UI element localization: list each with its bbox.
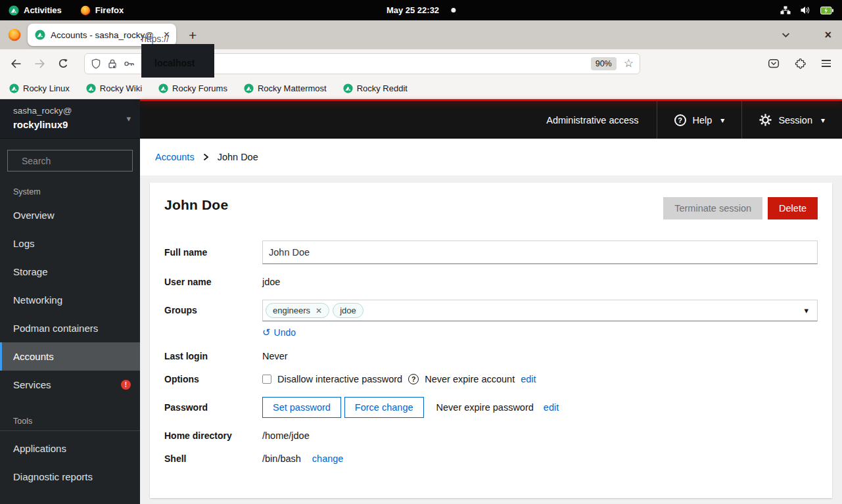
last-login-value: Never <box>262 351 818 361</box>
undo-icon: ↺ <box>262 327 271 338</box>
bookmarks-bar: Rocky Linux Rocky Wiki Rocky Forums Rock… <box>0 78 842 99</box>
set-password-button[interactable]: Set password <box>262 397 341 418</box>
network-icon <box>780 6 791 14</box>
list-all-tabs-chevron-icon[interactable] <box>782 32 790 38</box>
firefox-icon <box>80 5 91 16</box>
user-name-value: jdoe <box>262 277 818 287</box>
gnome-top-bar: Activities Firefox May 25 22:32 <box>0 0 842 20</box>
hostname: rockylinux9 <box>13 118 72 133</box>
home-directory-value: /home/jdoe <box>262 430 818 441</box>
window-close-icon[interactable]: × <box>824 29 831 41</box>
sidebar-section-tools: Tools <box>0 417 140 426</box>
rocky-logo-icon <box>343 83 353 93</box>
chevron-down-icon: ▾ <box>821 116 825 125</box>
reload-button[interactable] <box>58 58 68 69</box>
forward-button[interactable] <box>34 59 45 68</box>
sidebar-section-system: System <box>0 187 140 196</box>
home-directory-label: Home directory <box>164 430 262 441</box>
tab-favicon-rocky-icon <box>35 30 45 40</box>
bookmark-rocky-forums[interactable]: Rocky Forums <box>158 83 227 93</box>
cockpit-page: sasha_rocky@ rockylinux9 ▾ System Overvi… <box>0 99 842 504</box>
question-circle-icon[interactable]: ? <box>408 374 419 384</box>
pocket-icon[interactable] <box>768 58 780 69</box>
key-icon[interactable] <box>124 58 135 69</box>
cockpit-sidebar: sasha_rocky@ rockylinux9 ▾ System Overvi… <box>0 99 140 504</box>
firefox-tab-strip: Accounts - sasha_rocky@ × + × <box>0 20 842 49</box>
clock-label: May 25 22:32 <box>386 5 439 15</box>
bookmark-rocky-reddit[interactable]: Rocky Reddit <box>343 83 408 93</box>
page-content: John Doe Terminate session Delete Full n… <box>140 175 842 504</box>
sidebar-item-storage[interactable]: Storage <box>0 258 140 286</box>
breadcrumb-current: John Doe <box>218 152 258 162</box>
logged-in-user: sasha_rocky@ <box>13 106 72 116</box>
disallow-password-label: Disallow interactive password <box>277 374 402 384</box>
masthead-red-accent <box>140 99 842 101</box>
group-chip-jdoe: jdoe <box>333 303 363 318</box>
password-expire-text: Never expire password <box>436 402 534 413</box>
user-name-label: User name <box>164 277 262 287</box>
shell-value: /bin/bash <box>262 453 301 464</box>
rocky-logo-icon <box>9 83 19 93</box>
sidebar-item-networking[interactable]: Networking <box>0 286 140 314</box>
focused-app-label: Firefox <box>95 5 124 15</box>
menu-hamburger-icon[interactable] <box>822 58 831 69</box>
rocky-logo-icon <box>86 83 96 93</box>
notification-dot-icon <box>451 8 456 12</box>
groups-select[interactable]: engineers ✕ jdoe ▾ <box>262 300 818 321</box>
help-menu[interactable]: ? Help ▾ <box>657 101 742 139</box>
sidebar-item-overview[interactable]: Overview <box>0 201 140 229</box>
chip-remove-icon[interactable]: ✕ <box>316 307 322 315</box>
bookmark-rocky-wiki[interactable]: Rocky Wiki <box>86 83 142 93</box>
password-expire-edit-link[interactable]: edit <box>544 402 559 413</box>
breadcrumb-accounts-link[interactable]: Accounts <box>155 152 195 162</box>
page-title: John Doe <box>164 197 228 213</box>
terminate-session-button[interactable]: Terminate session <box>663 197 762 219</box>
shell-change-link[interactable]: change <box>312 453 344 464</box>
delete-button[interactable]: Delete <box>768 197 818 219</box>
back-button[interactable] <box>11 59 22 68</box>
account-expire-edit-link[interactable]: edit <box>521 374 536 384</box>
breadcrumb-chevron-icon <box>203 153 209 161</box>
host-switcher[interactable]: sasha_rocky@ rockylinux9 ▾ <box>0 99 140 139</box>
sidebar-item-podman-containers[interactable]: Podman containers <box>0 314 140 342</box>
force-change-button[interactable]: Force change <box>344 397 424 418</box>
activities-label: Activities <box>24 5 62 15</box>
shell-label: Shell <box>164 453 262 464</box>
rocky-logo-icon <box>158 83 168 93</box>
lock-warning-icon[interactable] <box>107 58 118 69</box>
clock-menu[interactable]: May 25 22:32 <box>386 5 456 15</box>
masthead: Administrative access ? Help ▾ Session ▾ <box>140 101 842 139</box>
sidebar-item-logs[interactable]: Logs <box>0 229 140 258</box>
sidebar-item-accounts[interactable]: Accounts <box>0 342 140 371</box>
sidebar-item-services[interactable]: Services ! <box>0 371 140 399</box>
activities-button[interactable]: Activities <box>9 5 62 16</box>
sidebar-item-applications[interactable]: Applications <box>0 434 140 463</box>
extensions-puzzle-icon[interactable] <box>795 58 807 69</box>
disallow-password-checkbox[interactable] <box>262 375 271 384</box>
firefox-app-icon[interactable] <box>8 28 21 41</box>
bookmark-star-icon[interactable]: ☆ <box>624 57 634 70</box>
firefox-nav-toolbar: https://localhost:9090/users#/jdoe 90% ☆ <box>0 49 842 78</box>
chevron-down-icon: ▾ <box>720 116 724 125</box>
breadcrumb: Accounts John Doe <box>140 139 842 175</box>
administrative-access-indicator[interactable]: Administrative access <box>528 115 656 126</box>
options-label: Options <box>164 374 262 384</box>
select-caret-icon[interactable]: ▾ <box>804 306 808 315</box>
bookmark-rocky-linux[interactable]: Rocky Linux <box>9 83 70 93</box>
undo-link[interactable]: ↺ Undo <box>262 327 296 338</box>
bookmark-rocky-mattermost[interactable]: Rocky Mattermost <box>244 83 327 93</box>
password-label: Password <box>164 402 262 413</box>
focused-app-menu[interactable]: Firefox <box>80 5 124 16</box>
zoom-level-badge[interactable]: 90% <box>591 57 617 70</box>
last-login-label: Last login <box>164 351 262 361</box>
full-name-input[interactable] <box>262 241 818 264</box>
full-name-label: Full name <box>164 247 262 258</box>
sidebar-item-diagnostic-reports[interactable]: Diagnostic reports <box>0 463 140 491</box>
battery-charging-icon <box>820 7 833 14</box>
session-menu[interactable]: Session ▾ <box>741 101 842 139</box>
tracking-shield-icon[interactable] <box>91 58 101 69</box>
search-input[interactable] <box>20 155 142 167</box>
url-bar[interactable]: https://localhost:9090/users#/jdoe 90% ☆ <box>84 53 640 74</box>
sidebar-search[interactable] <box>7 150 133 172</box>
system-status-menu[interactable] <box>780 6 833 14</box>
